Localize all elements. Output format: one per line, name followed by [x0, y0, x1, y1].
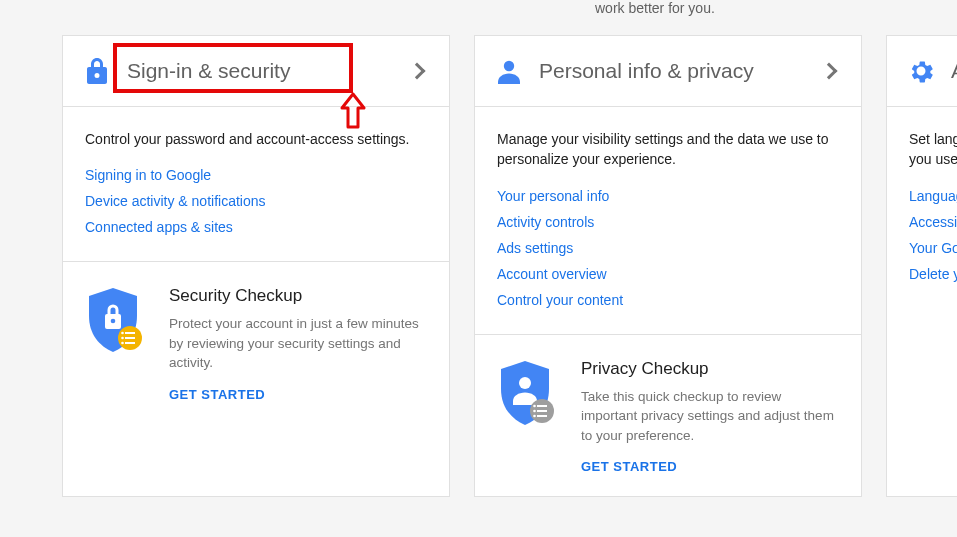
checkup-desc: Protect your account in just a few minut…	[169, 314, 427, 373]
link-signing-in-to-google[interactable]: Signing in to Google	[85, 167, 427, 183]
checkup-title: Privacy Checkup	[581, 359, 839, 379]
svg-rect-5	[125, 342, 135, 344]
chevron-right-icon	[409, 63, 426, 80]
link-your-personal-info[interactable]: Your personal info	[497, 188, 839, 204]
checkup-title: Security Checkup	[169, 286, 427, 306]
card-header-account-preferences[interactable]: Account preferences	[887, 36, 957, 107]
card-title: Account preferences	[951, 59, 957, 83]
svg-rect-4	[125, 337, 135, 339]
svg-rect-13	[537, 410, 547, 412]
gear-icon	[907, 58, 935, 84]
link-activity-controls[interactable]: Activity controls	[497, 214, 839, 230]
link-delete-account[interactable]: Delete your account or services	[909, 266, 957, 282]
card-desc: Control your password and account-access…	[85, 129, 427, 149]
lock-icon	[83, 58, 111, 84]
svg-point-16	[533, 409, 536, 412]
link-your-google-storage[interactable]: Your Google Drive storage	[909, 240, 957, 256]
card-title: Personal info & privacy	[539, 59, 807, 83]
link-device-activity[interactable]: Device activity & notifications	[85, 193, 427, 209]
get-started-button[interactable]: GET STARTED	[169, 387, 427, 402]
svg-point-6	[121, 332, 124, 335]
shield-lock-icon	[85, 286, 147, 402]
svg-rect-14	[537, 415, 547, 417]
card-header-signin-security[interactable]: Sign-in & security	[63, 36, 449, 107]
svg-point-17	[533, 414, 536, 417]
card-personal-info-privacy: Personal info & privacy Manage your visi…	[474, 35, 862, 497]
link-ads-settings[interactable]: Ads settings	[497, 240, 839, 256]
svg-rect-3	[125, 332, 135, 334]
chevron-right-icon	[821, 63, 838, 80]
svg-rect-12	[537, 405, 547, 407]
svg-point-1	[111, 319, 116, 324]
card-header-personal-info[interactable]: Personal info & privacy	[475, 36, 861, 107]
card-signin-security: Sign-in & security Control your password…	[62, 35, 450, 497]
card-title: Sign-in & security	[127, 59, 395, 83]
link-control-your-content[interactable]: Control your content	[497, 292, 839, 308]
card-account-preferences: Account preferences Set language, access…	[886, 35, 957, 497]
link-language[interactable]: Language & Input Tools	[909, 188, 957, 204]
privacy-checkup-section: Privacy Checkup Take this quick checkup …	[475, 334, 861, 497]
svg-point-15	[533, 404, 536, 407]
security-checkup-section: Security Checkup Protect your account in…	[63, 261, 449, 424]
svg-point-7	[121, 337, 124, 340]
link-connected-apps[interactable]: Connected apps & sites	[85, 219, 427, 235]
shield-person-icon	[497, 359, 559, 475]
link-accessibility[interactable]: Accessibility	[909, 214, 957, 230]
page-tagline: work better for you.	[595, 0, 715, 16]
svg-point-8	[121, 342, 124, 345]
person-icon	[495, 58, 523, 84]
get-started-button[interactable]: GET STARTED	[581, 459, 839, 474]
checkup-desc: Take this quick checkup to review import…	[581, 387, 839, 446]
card-desc: Manage your visibility settings and the …	[497, 129, 839, 170]
svg-point-10	[519, 377, 531, 389]
card-desc: Set language, accessibility, and other s…	[909, 129, 957, 170]
svg-point-9	[504, 61, 514, 71]
link-account-overview[interactable]: Account overview	[497, 266, 839, 282]
